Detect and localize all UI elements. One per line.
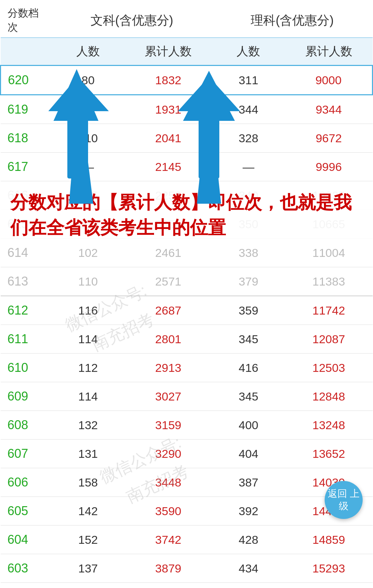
wenke-num-cell: 112 [51, 354, 124, 382]
like-cum-cell: 9672 [285, 124, 372, 153]
score-cell: 619 [1, 95, 52, 124]
score-cell: 620 [1, 66, 52, 95]
score-cell: 609 [1, 382, 52, 411]
like-num-cell: 379 [212, 267, 285, 296]
like-num-cell: 400 [212, 411, 285, 440]
wenke-header: 文科(含优惠分) [51, 0, 212, 38]
like-cum-cell: 15293 [285, 554, 372, 583]
table-row: 612 116 2687 359 11742 [1, 296, 373, 325]
table-header-top: 分数档次 文科(含优惠分) 理科(含优惠分) [1, 0, 373, 38]
wenke-cum-cell: 1832 [124, 66, 212, 95]
like-cum-cell: 14859 [285, 526, 372, 554]
like-cum-cell: 9000 [285, 66, 372, 95]
back-to-top-button[interactable]: 返回 上级 [325, 481, 363, 519]
wenke-cum-cell: 2801 [124, 325, 212, 354]
score-cell: 605 [1, 497, 52, 526]
wenke-cum-cell: 3742 [124, 526, 212, 554]
score-cell: 617 [1, 153, 52, 181]
score-cell: 612 [1, 296, 52, 325]
like-num-cell: 434 [212, 554, 285, 583]
wenke-cum-cell: 3027 [124, 382, 212, 411]
like-num-cell: 387 [212, 468, 285, 497]
wenke-cum-cell: 2571 [124, 267, 212, 296]
like-num-cell: 344 [212, 95, 285, 124]
wenke-cum-cell: 3290 [124, 440, 212, 468]
like-cum-cell: 9996 [285, 153, 372, 181]
score-cell: 618 [1, 124, 52, 153]
wenke-num-cell: 110 [51, 267, 124, 296]
wenke-num-cell: 80 [51, 66, 124, 95]
wenke-num-cell: 99 [51, 95, 124, 124]
wenke-cum-cell: 2913 [124, 354, 212, 382]
wenke-cum-cell: 3590 [124, 497, 212, 526]
table-row: 609 114 3027 345 12848 [1, 382, 373, 411]
wenke-num-cell: 114 [51, 325, 124, 354]
like-num-cell: 392 [212, 497, 285, 526]
score-table-container: 微信公众号: 南充招考 微信公众号: 南充招考 分数档次 文科(含优惠分) 理科… [0, 0, 373, 583]
wenke-num-cell: 158 [51, 468, 124, 497]
wenke-num-cell: 142 [51, 497, 124, 526]
wenke-cum-cell: 1931 [124, 95, 212, 124]
like-num-cell: — [212, 153, 285, 181]
table-row: 604 152 3742 428 14859 [1, 526, 373, 554]
like-num-header: 人数 [212, 38, 285, 66]
wenke-num-header: 人数 [51, 38, 124, 66]
wenke-num-cell: 110 [51, 124, 124, 153]
wenke-num-cell: 114 [51, 382, 124, 411]
like-num-cell: 345 [212, 382, 285, 411]
wenke-cum-cell: 3159 [124, 411, 212, 440]
like-num-cell: 428 [212, 526, 285, 554]
like-num-cell: 311 [212, 66, 285, 95]
annotation-text: 分数对应的【累计人数】即位次，也就是我们在全省该类考生中的位置 [10, 190, 363, 240]
score-cell: 613 [1, 267, 52, 296]
table-row: 605 142 3590 392 14431 [1, 497, 373, 526]
score-cell: 611 [1, 325, 52, 354]
like-cum-cell: 13652 [285, 440, 372, 468]
score-distribution-table: 分数档次 文科(含优惠分) 理科(含优惠分) 人数 累计人数 人数 累计人数 6… [0, 0, 373, 583]
table-row: 613 110 2571 379 11383 [1, 267, 373, 296]
like-cum-header: 累计人数 [285, 38, 372, 66]
wenke-num-cell: 132 [51, 411, 124, 440]
like-cum-cell: 12503 [285, 354, 372, 382]
wenke-cum-cell: 3879 [124, 554, 212, 583]
wenke-cum-cell: 2145 [124, 153, 212, 181]
like-cum-cell: 11383 [285, 267, 372, 296]
score-cell: 610 [1, 354, 52, 382]
wenke-num-cell: 152 [51, 526, 124, 554]
table-row: 617 — 2145 — 9996 [1, 153, 373, 181]
score-cell: 607 [1, 440, 52, 468]
wenke-cum-cell: 3448 [124, 468, 212, 497]
table-header-sub: 人数 累计人数 人数 累计人数 [1, 38, 373, 66]
table-row: 618 110 2041 328 9672 [1, 124, 373, 153]
like-num-cell: 359 [212, 296, 285, 325]
table-row: 619 99 1931 344 9344 [1, 95, 373, 124]
wenke-cum-cell: 2041 [124, 124, 212, 153]
table-row: 603 137 3879 434 15293 [1, 554, 373, 583]
table-body: 620 80 1832 311 9000 619 99 1931 344 934… [1, 66, 373, 583]
like-num-cell: 328 [212, 124, 285, 153]
wenke-num-cell: 137 [51, 554, 124, 583]
table-row: 607 131 3290 404 13652 [1, 440, 373, 468]
score-cell: 604 [1, 526, 52, 554]
score-cell: 606 [1, 468, 52, 497]
like-cum-cell: 12087 [285, 325, 372, 354]
like-cum-cell: 12848 [285, 382, 372, 411]
table-row: 608 132 3159 400 13248 [1, 411, 373, 440]
like-cum-cell: 11742 [285, 296, 372, 325]
like-cum-cell: 13248 [285, 411, 372, 440]
score-sub-header [1, 38, 52, 66]
like-header: 理科(含优惠分) [212, 0, 373, 38]
table-row: 611 114 2801 345 12087 [1, 325, 373, 354]
wenke-num-cell: — [51, 153, 124, 181]
score-cell: 608 [1, 411, 52, 440]
score-cell: 603 [1, 554, 52, 583]
wenke-num-cell: 116 [51, 296, 124, 325]
wenke-cum-header: 累计人数 [124, 38, 212, 66]
like-cum-cell: 9344 [285, 95, 372, 124]
annotation-box: 分数对应的【累计人数】即位次，也就是我们在全省该类考生中的位置 [0, 183, 373, 247]
like-num-cell: 404 [212, 440, 285, 468]
score-col-header: 分数档次 [1, 0, 52, 38]
like-num-cell: 345 [212, 325, 285, 354]
table-row: 620 80 1832 311 9000 [1, 66, 373, 95]
table-row: 610 112 2913 416 12503 [1, 354, 373, 382]
